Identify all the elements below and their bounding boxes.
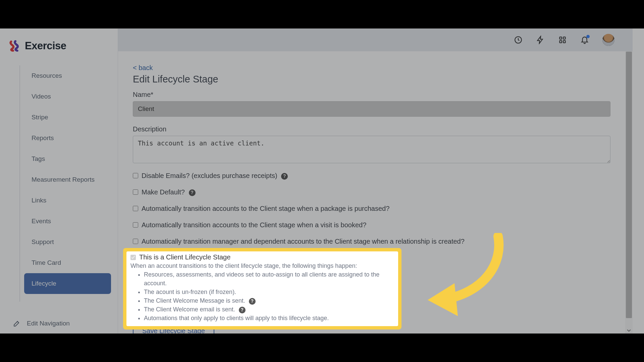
bullet-item: Automations that only apply to clients w… — [144, 314, 394, 322]
make-default-option[interactable]: Make Default? ? — [133, 187, 610, 197]
edit-icon — [13, 319, 21, 327]
back-link[interactable]: < back — [133, 64, 153, 71]
auto-package-label: Automatically transition accounts to the… — [142, 203, 389, 214]
sidebar-item-reports[interactable]: Reports — [24, 128, 111, 148]
highlight-panel: This is a Client Lifecycle Stage When an… — [126, 251, 398, 326]
sidebar-item-label: Time Card — [32, 259, 61, 266]
sidebar-item-label: Measurement Reports — [32, 176, 95, 183]
sidebar-nav: Resources Videos Stripe Reports Tags Mea… — [19, 65, 112, 294]
help-icon[interactable]: ? — [239, 307, 246, 313]
history-icon[interactable] — [514, 36, 523, 44]
sidebar-item-label: Reports — [32, 134, 54, 142]
make-default-label: Make Default? — [142, 188, 185, 196]
sidebar-item-label: Links — [32, 197, 46, 204]
sidebar-item-time-card[interactable]: Time Card — [24, 252, 111, 273]
name-label: Name* — [133, 91, 610, 99]
highlight-callout: This is a Client Lifecycle Stage When an… — [128, 243, 401, 329]
client-lifecycle-lead: When an account transitions to the clien… — [130, 262, 394, 269]
notification-dot — [586, 35, 590, 38]
bell-icon[interactable] — [580, 36, 589, 44]
bullet-item: The acount is un-frozen (if frozen). — [144, 288, 394, 296]
sidebar-item-label: Tags — [32, 155, 45, 163]
lightning-icon[interactable] — [536, 36, 545, 44]
bullet-item: The Client Welcome Message is sent. ? — [144, 296, 394, 305]
page-title: Edit Lifecycle Stage — [133, 74, 610, 85]
brand-logo-icon — [9, 40, 20, 52]
avatar[interactable] — [602, 34, 614, 46]
auto-visit-label: Automatically transition accounts to the… — [142, 220, 366, 230]
letterbox-bottom — [0, 334, 644, 362]
sidebar-item-measurement-reports[interactable]: Measurement Reports — [24, 169, 111, 190]
description-label: Description — [133, 125, 610, 133]
sidebar-item-events[interactable]: Events — [24, 211, 111, 232]
letterbox-top — [0, 0, 644, 28]
sidebar-item-resources[interactable]: Resources — [24, 65, 111, 86]
client-lifecycle-checkbox[interactable] — [130, 255, 136, 260]
client-lifecycle-label: This is a Client Lifecycle Stage — [139, 253, 230, 261]
svg-rect-2 — [563, 37, 566, 39]
scrollbar-track[interactable] — [625, 51, 633, 334]
description-textarea[interactable] — [133, 136, 610, 163]
auto-package-option[interactable]: Automatically transition accounts to the… — [133, 203, 610, 214]
bullet-item: The Client Welcome email is sent. ? — [144, 305, 394, 314]
sidebar-item-tags[interactable]: Tags — [24, 148, 111, 169]
make-default-checkbox[interactable] — [133, 189, 138, 195]
highlight-border: This is a Client Lifecycle Stage When an… — [123, 248, 401, 329]
sidebar-item-label: Lifecycle — [32, 280, 56, 287]
svg-rect-3 — [559, 41, 562, 43]
help-icon[interactable]: ? — [249, 298, 256, 305]
sidebar-item-label: Support — [32, 238, 54, 246]
app-stage: Exercise Resources Videos Stripe Reports… — [0, 28, 644, 334]
auto-visit-option[interactable]: Automatically transition accounts to the… — [133, 220, 610, 230]
sidebar-item-label: Videos — [32, 93, 51, 100]
help-icon[interactable]: ? — [281, 173, 288, 180]
svg-rect-1 — [559, 37, 562, 39]
edit-navigation-label: Edit Navigation — [27, 320, 70, 327]
help-icon[interactable]: ? — [189, 189, 196, 196]
sidebar-item-label: Events — [32, 218, 51, 225]
svg-rect-4 — [563, 41, 566, 43]
disable-emails-option[interactable]: Disable Emails? (excludes purchase recei… — [133, 171, 610, 181]
name-input[interactable] — [133, 101, 610, 117]
sidebar-item-links[interactable]: Links — [24, 190, 111, 211]
brand-name: Exercise — [25, 40, 66, 52]
auto-package-checkbox[interactable] — [133, 206, 138, 211]
sidebar-item-label: Stripe — [32, 114, 48, 121]
disable-emails-checkbox[interactable] — [133, 173, 138, 178]
scroll-down-arrow-icon[interactable] — [627, 328, 631, 333]
grid-apps-icon[interactable] — [558, 36, 567, 44]
client-lifecycle-option[interactable]: This is a Client Lifecycle Stage — [130, 253, 394, 261]
bullet-item: Resources, assessments, and videos set t… — [144, 270, 394, 288]
topbar — [118, 28, 633, 51]
edit-navigation-button[interactable]: Edit Navigation — [13, 319, 70, 327]
client-lifecycle-bullets: Resources, assessments, and videos set t… — [130, 270, 394, 323]
sidebar-item-videos[interactable]: Videos — [24, 86, 111, 107]
disable-emails-label: Disable Emails? (excludes purchase recei… — [142, 172, 277, 179]
brand: Exercise — [0, 28, 118, 52]
auto-visit-checkbox[interactable] — [133, 222, 138, 228]
sidebar: Exercise Resources Videos Stripe Reports… — [0, 28, 118, 334]
sidebar-item-support[interactable]: Support — [24, 232, 111, 252]
sidebar-item-lifecycle[interactable]: Lifecycle — [24, 273, 111, 294]
sidebar-item-label: Resources — [32, 72, 62, 79]
scrollbar-thumb[interactable] — [626, 52, 632, 318]
sidebar-item-stripe[interactable]: Stripe — [24, 107, 111, 128]
